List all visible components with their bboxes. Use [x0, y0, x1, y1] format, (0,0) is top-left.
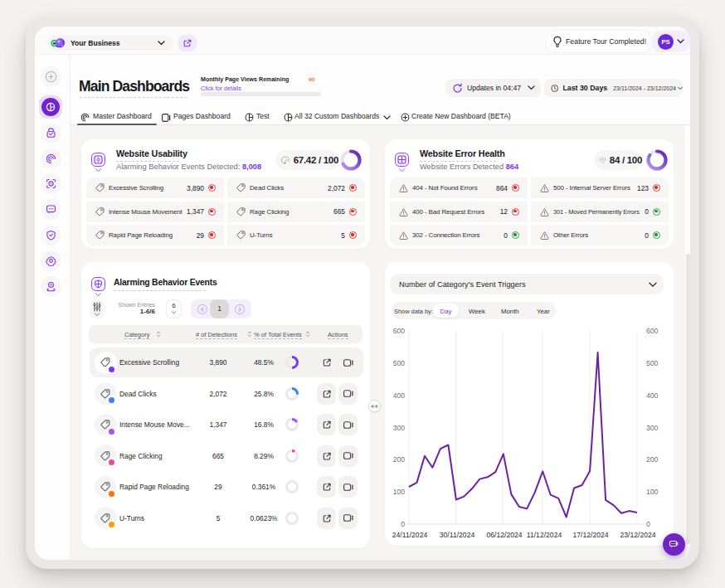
- svg-text:600: 600: [393, 327, 406, 335]
- svg-text:100: 100: [393, 488, 406, 496]
- svg-text:600: 600: [646, 327, 659, 335]
- svg-text:24/11/2024: 24/11/2024: [392, 531, 428, 539]
- svg-text:17/12/2024: 17/12/2024: [572, 531, 608, 539]
- svg-text:500: 500: [393, 359, 406, 367]
- svg-text:30/11/2024: 30/11/2024: [440, 531, 475, 539]
- svg-text:23/12/2024: 23/12/2024: [620, 531, 655, 539]
- svg-text:06/12/2024: 06/12/2024: [486, 531, 522, 539]
- svg-text:500: 500: [646, 359, 659, 367]
- svg-text:200: 200: [646, 455, 659, 464]
- svg-text:200: 200: [393, 455, 406, 464]
- svg-text:100: 100: [646, 488, 659, 496]
- svg-text:400: 400: [646, 391, 659, 400]
- svg-text:300: 300: [393, 424, 406, 432]
- svg-text:300: 300: [646, 424, 659, 432]
- svg-text:400: 400: [393, 391, 406, 400]
- svg-text:11/12/2024: 11/12/2024: [527, 531, 562, 539]
- svg-text:0: 0: [401, 520, 405, 528]
- svg-text:0: 0: [646, 520, 650, 528]
